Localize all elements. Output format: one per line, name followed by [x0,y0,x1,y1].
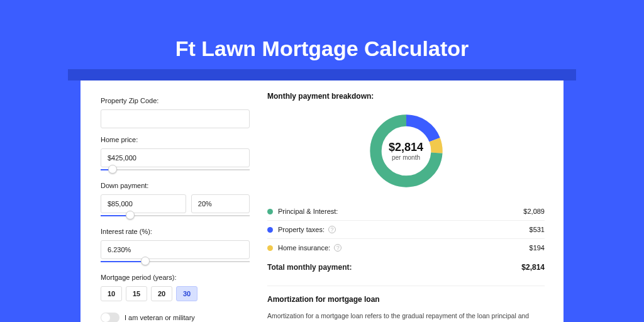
down-payment-label: Down payment: [101,182,250,189]
amort-title: Amortization for mortgage loan [267,286,545,304]
total-line: Total monthly payment: $2,814 [267,257,545,280]
breakdown-value: $194 [530,244,545,252]
down-payment-input[interactable] [101,194,186,213]
donut-center: $2,814 per month [389,141,423,161]
breakdown-title: Monthly payment breakdown: [267,92,545,101]
interest-input[interactable] [101,240,250,259]
form-panel: Property Zip Code: Home price: Down paym… [80,80,260,322]
total-label: Total monthly payment: [267,263,352,272]
interest-label: Interest rate (%): [101,228,250,235]
veteran-label: I am veteran or military [125,314,195,321]
legend-dot [267,209,273,214]
total-value: $2,814 [521,263,545,272]
down-payment-row [101,194,250,213]
breakdown-label: Principal & Interest: [278,208,338,215]
page-title: Ft Lawn Mortgage Calculator [0,0,644,72]
veteran-toggle[interactable] [101,313,119,322]
period-button-15[interactable]: 15 [126,286,147,301]
donut-wrap: $2,814 per month [267,107,545,203]
toggle-knob [101,313,110,322]
donut-chart: $2,814 per month [366,111,447,191]
slider-thumb[interactable] [108,165,117,174]
slider-thumb[interactable] [141,257,150,265]
zip-input[interactable] [101,109,250,128]
down-payment-pct-input[interactable] [191,194,250,213]
interest-slider[interactable] [101,258,250,266]
info-icon[interactable]: ? [328,226,336,233]
card-shadow [68,69,576,80]
period-button-30[interactable]: 30 [176,286,197,301]
breakdown-label: Home insurance: [278,244,330,252]
home-price-input[interactable] [101,148,250,167]
page: Ft Lawn Mortgage Calculator Property Zip… [0,0,644,322]
period-button-10[interactable]: 10 [101,286,122,301]
period-button-20[interactable]: 20 [151,286,172,301]
breakdown-line: Property taxes:?$531 [267,221,545,239]
breakdown-panel: Monthly payment breakdown: $2,814 per mo… [260,80,564,322]
breakdown-label: Property taxes: [278,226,325,233]
breakdown-lines: Principal & Interest:$2,089Property taxe… [267,203,545,257]
breakdown-line: Principal & Interest:$2,089 [267,203,545,221]
period-label: Mortgage period (years): [101,274,250,281]
breakdown-value: $2,089 [523,208,545,215]
donut-value: $2,814 [389,141,423,154]
info-icon[interactable]: ? [334,244,341,252]
card-wrap: Property Zip Code: Home price: Down paym… [68,69,576,322]
down-payment-slider[interactable] [101,213,250,220]
legend-dot [267,227,273,233]
slider-thumb[interactable] [126,211,135,219]
breakdown-value: $531 [530,226,545,233]
calculator-card: Property Zip Code: Home price: Down paym… [80,80,564,322]
breakdown-line: Home insurance:?$194 [267,239,545,257]
period-row: 10152030 [101,286,250,301]
home-price-slider[interactable] [101,167,250,174]
donut-sub: per month [389,154,423,161]
legend-dot [267,245,273,251]
amort-text: Amortization for a mortgage loan refers … [267,311,545,322]
zip-label: Property Zip Code: [101,97,250,104]
veteran-row: I am veteran or military [101,313,250,322]
home-price-label: Home price: [101,136,250,143]
